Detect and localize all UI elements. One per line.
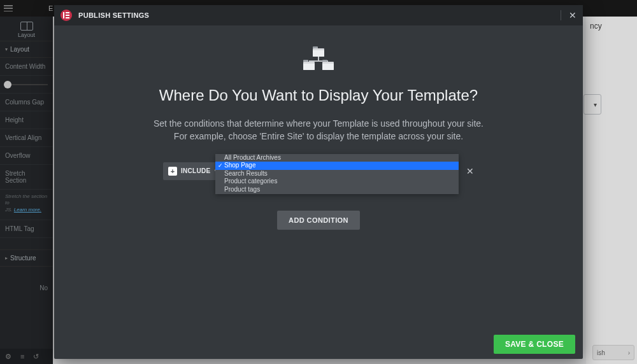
remove-condition-button[interactable]: ✕ bbox=[466, 166, 474, 176]
dropdown-item-search-results[interactable]: Search Results bbox=[215, 170, 459, 178]
svg-rect-2 bbox=[66, 15, 69, 16]
modal-footer: SAVE & CLOSE bbox=[54, 330, 583, 359]
dropdown-item-product-categories[interactable]: Product categories bbox=[215, 178, 459, 186]
modal-title: PUBLISH SETTINGS bbox=[78, 11, 149, 19]
elementor-logo-icon bbox=[61, 10, 72, 21]
modal-heading: Where Do You Want to Display Your Templa… bbox=[69, 87, 568, 104]
dropdown-item-shop-page[interactable]: Shop Page bbox=[215, 162, 459, 170]
condition-dropdown: All Product Archives Shop Page Search Re… bbox=[215, 154, 459, 194]
include-label: INCLUDE bbox=[181, 167, 211, 174]
modal-desc-1: Set the conditions that determine where … bbox=[153, 117, 484, 130]
dropdown-item-product-tags[interactable]: Product tags bbox=[215, 186, 459, 194]
modal-body: Where Do You Want to Display Your Templa… bbox=[54, 25, 583, 330]
close-button[interactable]: ✕ bbox=[569, 10, 576, 20]
condition-row: + INCLUDE ▾ ✕ All Product Archives Shop … bbox=[163, 162, 474, 180]
modal-desc-2: For example, choose 'Entire Site' to dis… bbox=[153, 130, 484, 143]
plus-icon: + bbox=[168, 167, 177, 176]
svg-rect-3 bbox=[66, 17, 69, 18]
svg-rect-0 bbox=[63, 12, 64, 18]
modal-header-divider bbox=[561, 10, 561, 20]
add-condition-button[interactable]: ADD CONDITION bbox=[277, 211, 360, 230]
include-toggle[interactable]: + INCLUDE ▾ bbox=[163, 162, 224, 180]
dropdown-item-all-product-archives[interactable]: All Product Archives bbox=[215, 154, 459, 162]
svg-rect-1 bbox=[66, 12, 69, 13]
template-locations-icon bbox=[303, 48, 334, 70]
modal-header: PUBLISH SETTINGS ✕ bbox=[54, 5, 583, 25]
publish-settings-modal: PUBLISH SETTINGS ✕ Where Do You Want to … bbox=[54, 5, 583, 359]
save-and-close-button[interactable]: SAVE & CLOSE bbox=[494, 335, 575, 354]
